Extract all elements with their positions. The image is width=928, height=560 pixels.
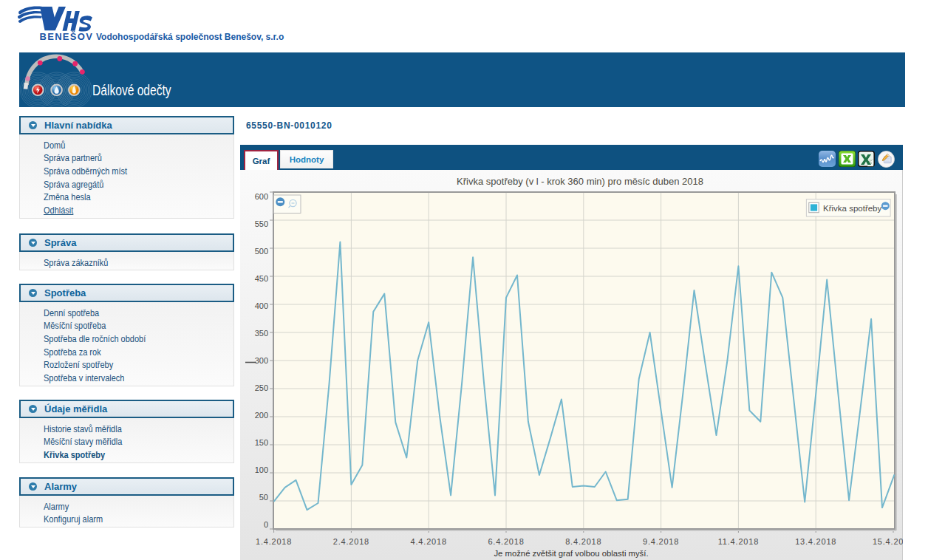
svg-text:0: 0 [264, 520, 268, 529]
svg-text:2.4.2018: 2.4.2018 [333, 537, 369, 546]
svg-text:50: 50 [259, 493, 268, 502]
svg-text:13.4.2018: 13.4.2018 [795, 537, 836, 546]
svg-text:500: 500 [255, 247, 268, 256]
svg-text:350: 350 [255, 329, 268, 338]
svg-text:6.4.2018: 6.4.2018 [488, 537, 524, 546]
svg-text:9.4.2018: 9.4.2018 [643, 537, 679, 546]
svg-text:250: 250 [255, 383, 268, 392]
svg-text:4.4.2018: 4.4.2018 [411, 537, 447, 546]
svg-text:11.4.2018: 11.4.2018 [718, 537, 759, 546]
svg-text:150: 150 [255, 438, 268, 447]
svg-text:550: 550 [255, 219, 268, 228]
svg-text:200: 200 [255, 411, 268, 420]
svg-text:15.4.2018: 15.4.2018 [873, 537, 903, 546]
svg-text:400: 400 [255, 301, 268, 310]
svg-text:100: 100 [255, 465, 268, 474]
svg-text:600: 600 [255, 192, 268, 201]
svg-text:300: 300 [255, 356, 268, 365]
svg-text:Křivka spotřeby: Křivka spotřeby [823, 204, 882, 213]
svg-text:1.4.2018: 1.4.2018 [256, 537, 292, 546]
svg-text:8.4.2018: 8.4.2018 [565, 537, 601, 546]
svg-text:450: 450 [255, 274, 268, 283]
